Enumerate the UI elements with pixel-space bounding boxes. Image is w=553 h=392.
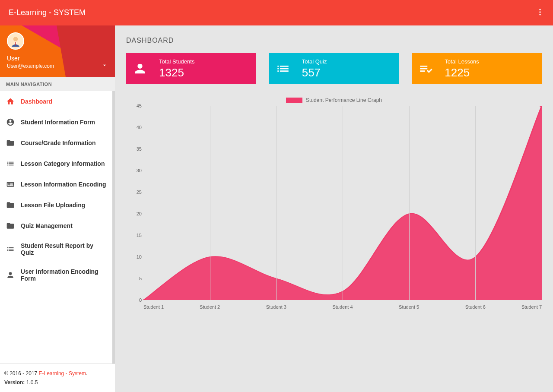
person-icon (6, 271, 15, 279)
y-tick: 30 (137, 168, 142, 173)
card-label: Total Quiz (302, 58, 327, 65)
topbar: E-Learning - SYSTEM (0, 0, 553, 25)
sidebar-item-result-report[interactable]: Student Result Report by Quiz (0, 236, 112, 262)
sidebar-item-dashboard[interactable]: Dashboard (0, 91, 112, 112)
x-label: Student 2 (200, 304, 220, 310)
card-value: 557 (302, 66, 327, 79)
y-tick: 20 (137, 211, 142, 216)
svg-point-1 (539, 11, 540, 13)
svg-point-0 (539, 9, 540, 10)
main-content: DASHBOARD Total Students 1325 Total Quiz… (115, 25, 553, 392)
card-total-quiz[interactable]: Total Quiz 557 (269, 53, 399, 84)
footer-version: 1.0.5 (25, 379, 38, 386)
footer-version-label: Version: (4, 379, 25, 386)
y-tick: 45 (137, 103, 142, 108)
sidebar-item-user-encoding[interactable]: User Information Encoding Form (0, 262, 112, 288)
card-total-lessons[interactable]: Total Lessons 1225 (412, 53, 542, 84)
playlist-check-icon (412, 53, 439, 84)
svg-rect-5 (15, 42, 16, 46)
x-label: Student 7 (521, 304, 542, 310)
footer-copyright: © 2016 - 2017 (4, 370, 39, 376)
sidebar-item-label: Lesson Information Encoding (21, 181, 106, 188)
sidebar-item-label: Student Result Report by Quiz (21, 242, 106, 256)
list-icon (6, 245, 15, 253)
y-tick: 15 (137, 233, 142, 238)
y-tick: 25 (137, 190, 142, 195)
chevron-down-icon[interactable] (101, 62, 108, 70)
chart-y-axis: 051015202530354045 (129, 106, 142, 300)
nav-list: Dashboard Student Information Form Cours… (0, 91, 115, 364)
sidebar-item-label: User Information Encoding Form (21, 268, 106, 282)
folder-icon (6, 139, 15, 147)
user-email: User@example.com (7, 63, 54, 69)
person-icon (126, 53, 154, 84)
chart-x-axis: Student 1Student 2Student 3Student 4Stud… (143, 302, 542, 313)
list-icon (6, 159, 15, 168)
page-title: DASHBOARD (126, 37, 542, 44)
sidebar-item-lesson-encoding[interactable]: Lesson Information Encoding (0, 174, 112, 195)
chart-plot-area (143, 106, 542, 300)
folder-icon (6, 221, 15, 230)
more-vert-icon[interactable] (536, 8, 544, 18)
card-value: 1325 (159, 66, 194, 79)
app-title: E-Learning - SYSTEM (9, 8, 86, 17)
nav-header: MAIN NAVIGATION (0, 77, 115, 91)
sidebar-item-label: Student Information Form (21, 119, 95, 126)
x-label: Student 6 (465, 304, 486, 310)
summary-cards: Total Students 1325 Total Quiz 557 Total… (126, 53, 542, 84)
card-label: Total Students (159, 58, 194, 65)
sidebar-item-label: Lesson Category Information (21, 160, 105, 167)
avatar[interactable] (7, 32, 24, 50)
sidebar-item-course-grade[interactable]: Course/Grade Information (0, 133, 112, 153)
user-panel: User User@example.com (0, 25, 115, 77)
sidebar-item-label: Course/Grade Information (21, 139, 95, 146)
sidebar-item-label: Quiz Management (21, 222, 73, 229)
sidebar-footer: © 2016 - 2017 E-Learning - System. Versi… (0, 364, 115, 392)
sidebar: User User@example.com MAIN NAVIGATION Da… (0, 25, 115, 392)
folder-icon (6, 201, 15, 209)
svg-point-2 (539, 14, 540, 15)
x-label: Student 1 (143, 304, 164, 310)
account-circle-icon (6, 118, 15, 126)
y-tick: 5 (139, 276, 142, 281)
playlist-icon (269, 53, 297, 84)
x-label: Student 5 (399, 304, 419, 310)
sidebar-item-lesson-category[interactable]: Lesson Category Information (0, 153, 112, 174)
y-tick: 10 (137, 254, 142, 259)
card-label: Total Lessons (445, 58, 479, 65)
sidebar-item-label: Dashboard (21, 98, 52, 105)
y-tick: 40 (137, 125, 142, 130)
sidebar-item-student-info[interactable]: Student Information Form (0, 112, 112, 133)
home-icon (6, 97, 15, 106)
chart-legend: Student Performance Line Graph (126, 97, 542, 103)
x-label: Student 3 (266, 304, 286, 310)
user-name: User (7, 55, 108, 62)
sidebar-item-label: Lesson File Uploading (21, 202, 85, 209)
legend-swatch (286, 98, 302, 103)
footer-brand-link[interactable]: E-Learning - System (39, 370, 86, 376)
sidebar-item-lesson-file[interactable]: Lesson File Uploading (0, 195, 112, 215)
y-tick: 0 (139, 297, 142, 303)
x-label: Student 4 (332, 304, 353, 310)
card-value: 1225 (445, 66, 479, 79)
svg-point-3 (13, 37, 18, 41)
y-tick: 35 (137, 146, 142, 152)
performance-chart: Student Performance Line Graph 051015202… (126, 97, 542, 313)
card-total-students[interactable]: Total Students 1325 (126, 53, 256, 84)
keyboard-icon (6, 180, 15, 189)
legend-label: Student Performance Line Graph (306, 97, 382, 103)
sidebar-item-quiz-management[interactable]: Quiz Management (0, 215, 112, 236)
